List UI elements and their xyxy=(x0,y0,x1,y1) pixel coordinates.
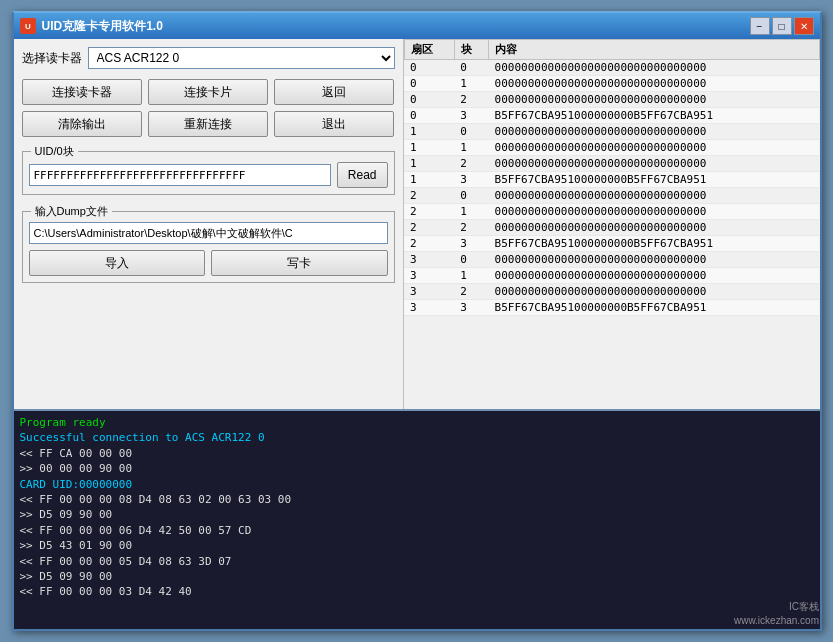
table-container: 扇区 块 内容 00000000000000000000000000000000… xyxy=(404,39,820,409)
maximize-button[interactable]: □ xyxy=(772,17,792,35)
uid-input[interactable] xyxy=(29,164,331,186)
log-line: CARD UID:00000000 xyxy=(20,477,814,492)
log-line: << FF 00 00 00 05 D4 08 63 3D 07 xyxy=(20,554,814,569)
window-title: UID克隆卡专用软件1.0 xyxy=(42,18,163,35)
reconnect-button[interactable]: 重新连接 xyxy=(148,111,268,137)
col-sector: 扇区 xyxy=(404,40,454,60)
log-line: << FF 00 00 00 03 D4 42 40 xyxy=(20,584,814,599)
log-line: Successful connection to ACS ACR122 0 xyxy=(20,430,814,445)
dump-group: 输入Dump文件 导入 写卡 xyxy=(22,211,395,283)
button-row-2: 清除输出 重新连接 退出 xyxy=(22,111,395,137)
reader-select[interactable]: ACS ACR122 0 xyxy=(88,47,395,69)
table-row: 2100000000000000000000000000000000 xyxy=(404,204,819,220)
title-bar-left: U UID克隆卡专用软件1.0 xyxy=(20,18,163,35)
log-line: >> D5 09 90 00 xyxy=(20,569,814,584)
table-row: 1200000000000000000000000000000000 xyxy=(404,156,819,172)
table-row: 0000000000000000000000000000000000 xyxy=(404,60,819,76)
log-line: Program ready xyxy=(20,415,814,430)
log-line: >> 00 00 00 90 00 xyxy=(20,461,814,476)
col-content: 内容 xyxy=(489,40,819,60)
data-table: 扇区 块 内容 00000000000000000000000000000000… xyxy=(404,39,820,316)
bottom-area: Program readySuccessful connection to AC… xyxy=(14,409,820,629)
table-row: 3000000000000000000000000000000000 xyxy=(404,252,819,268)
table-row: 2200000000000000000000000000000000 xyxy=(404,220,819,236)
right-panel: 扇区 块 内容 00000000000000000000000000000000… xyxy=(404,39,820,409)
dump-button-row: 导入 写卡 xyxy=(29,250,388,276)
log-line: << FF 00 00 00 08 D4 08 63 02 00 63 03 0… xyxy=(20,492,814,507)
uid-group-label: UID/0块 xyxy=(31,144,78,159)
button-row-1: 连接读卡器 连接卡片 返回 xyxy=(22,79,395,105)
title-bar: U UID克隆卡专用软件1.0 − □ ✕ xyxy=(14,13,820,39)
table-row: 03B5FF67CBA951000000000B5FF67CBA951 xyxy=(404,108,819,124)
clear-button[interactable]: 清除输出 xyxy=(22,111,142,137)
back-button[interactable]: 返回 xyxy=(274,79,394,105)
write-button[interactable]: 写卡 xyxy=(211,250,388,276)
log-line: >> D5 09 90 00 xyxy=(20,507,814,522)
table-row: 33B5FF67CBA95100000000B5FF67CBA951 xyxy=(404,300,819,316)
table-row: 3100000000000000000000000000000000 xyxy=(404,268,819,284)
table-row: 0100000000000000000000000000000000 xyxy=(404,76,819,92)
dump-group-label: 输入Dump文件 xyxy=(31,204,112,219)
uid-input-row: Read xyxy=(29,162,388,188)
main-content: 选择读卡器 ACS ACR122 0 连接读卡器 连接卡片 返回 清除输出 重新… xyxy=(14,39,820,409)
minimize-button[interactable]: − xyxy=(750,17,770,35)
import-button[interactable]: 导入 xyxy=(29,250,206,276)
reader-label: 选择读卡器 xyxy=(22,50,82,67)
app-icon: U xyxy=(20,18,36,34)
watermark: IC客栈www.ickezhan.com xyxy=(734,600,819,628)
log-line: >> D5 43 01 90 00 xyxy=(20,538,814,553)
table-row: 0200000000000000000000000000000000 xyxy=(404,92,819,108)
close-button[interactable]: ✕ xyxy=(794,17,814,35)
svg-text:U: U xyxy=(25,22,31,31)
table-row: 13B5FF67CBA95100000000B5FF67CBA951 xyxy=(404,172,819,188)
table-row: 1100000000000000000000000000000000 xyxy=(404,140,819,156)
uid-group: UID/0块 Read xyxy=(22,151,395,195)
connect-card-button[interactable]: 连接卡片 xyxy=(148,79,268,105)
table-row: 3200000000000000000000000000000000 xyxy=(404,284,819,300)
exit-button[interactable]: 退出 xyxy=(274,111,394,137)
log-line: << FF CA 00 00 00 xyxy=(20,446,814,461)
read-button[interactable]: Read xyxy=(337,162,388,188)
col-block: 块 xyxy=(454,40,488,60)
log-area[interactable]: Program readySuccessful connection to AC… xyxy=(14,411,820,629)
log-content: Program readySuccessful connection to AC… xyxy=(20,415,814,625)
left-panel: 选择读卡器 ACS ACR122 0 连接读卡器 连接卡片 返回 清除输出 重新… xyxy=(14,39,404,409)
main-window: U UID克隆卡专用软件1.0 − □ ✕ 选择读卡器 ACS ACR122 0 xyxy=(12,11,822,631)
reader-select-row: 选择读卡器 ACS ACR122 0 xyxy=(22,47,395,69)
dump-path-input[interactable] xyxy=(29,222,388,244)
connect-reader-button[interactable]: 连接读卡器 xyxy=(22,79,142,105)
table-scroll[interactable]: 扇区 块 内容 00000000000000000000000000000000… xyxy=(404,39,820,409)
table-row: 1000000000000000000000000000000000 xyxy=(404,124,819,140)
table-row: 23B5FF67CBA951000000000B5FF67CBA951 xyxy=(404,236,819,252)
table-row: 2000000000000000000000000000000000 xyxy=(404,188,819,204)
window-controls: − □ ✕ xyxy=(750,17,814,35)
log-line: << FF 00 00 00 06 D4 42 50 00 57 CD xyxy=(20,523,814,538)
